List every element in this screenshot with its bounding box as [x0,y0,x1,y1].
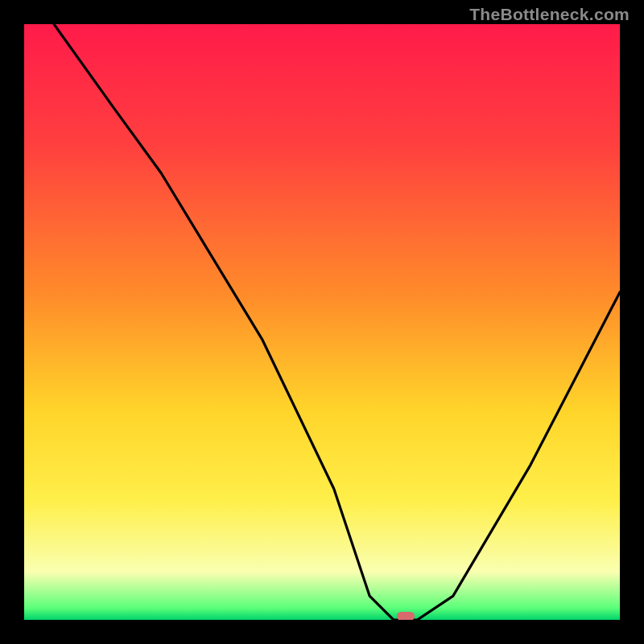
optimal-marker [397,612,415,620]
chart-frame: TheBottleneck.com [0,0,644,644]
bottleneck-curve-path [54,24,620,620]
plot-area [24,24,620,620]
curve-svg [24,24,620,620]
watermark-text: TheBottleneck.com [469,5,630,24]
